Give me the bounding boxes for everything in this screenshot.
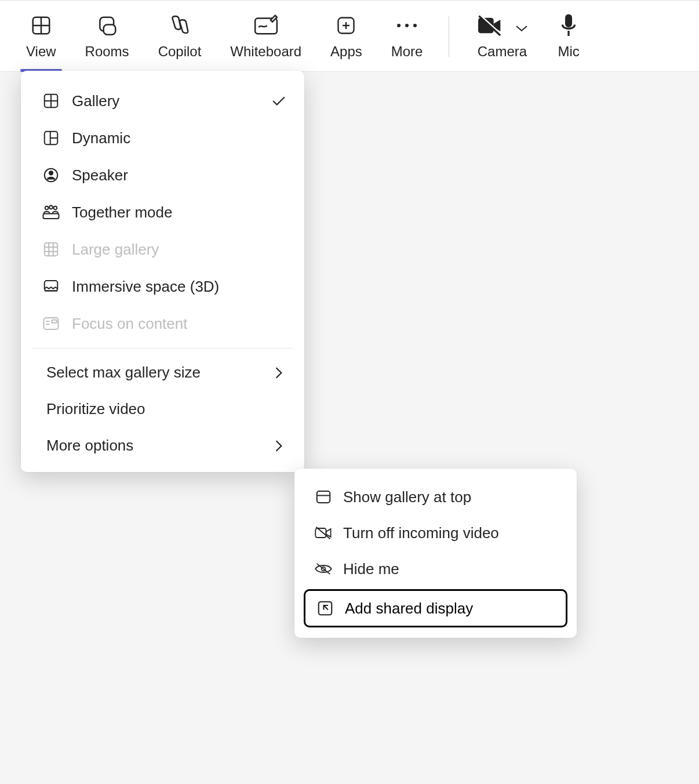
gallery-grid-icon	[42, 92, 60, 110]
submenu-turn-off-label: Turn off incoming video	[343, 524, 560, 542]
more-options-submenu: Show gallery at top Turn off incoming vi…	[294, 469, 577, 638]
chevron-right-icon	[271, 440, 287, 452]
submenu-turn-off-incoming-video[interactable]: Turn off incoming video	[294, 515, 577, 551]
toolbar-view-label: View	[26, 43, 56, 60]
menu-immersive-space[interactable]: Immersive space (3D)	[21, 268, 304, 305]
copilot-icon	[167, 14, 192, 37]
svg-rect-41	[315, 528, 326, 538]
svg-rect-36	[52, 320, 57, 323]
menu-speaker[interactable]: Speaker	[21, 157, 304, 194]
speaker-person-icon	[42, 166, 60, 184]
svg-line-46	[324, 605, 329, 610]
svg-point-25	[49, 206, 53, 209]
svg-rect-28	[45, 243, 58, 256]
toolbar-rooms[interactable]: Rooms	[71, 1, 144, 71]
svg-point-11	[413, 24, 417, 27]
eye-off-icon	[314, 560, 333, 578]
gallery-top-icon	[314, 488, 333, 506]
chevron-down-icon[interactable]	[515, 24, 529, 32]
toolbar-rooms-label: Rooms	[85, 43, 129, 60]
toolbar-view[interactable]: View	[12, 1, 71, 71]
apps-plus-icon	[336, 14, 356, 37]
toolbar-copilot-label: Copilot	[158, 43, 202, 60]
meeting-toolbar: View Rooms Copilot Whiteboard	[0, 0, 699, 72]
toolbar-mic-label: Mic	[558, 43, 579, 60]
svg-rect-27	[43, 213, 59, 219]
menu-prioritize-video[interactable]: Prioritize video	[21, 391, 304, 427]
menu-dynamic[interactable]: Dynamic	[21, 119, 304, 157]
menu-more-options[interactable]: More options	[21, 427, 304, 464]
menu-select-max-gallery[interactable]: Select max gallery size	[21, 354, 304, 391]
menu-select-max-label: Select max gallery size	[46, 364, 271, 382]
dynamic-layout-icon	[42, 129, 60, 147]
menu-speaker-label: Speaker	[72, 166, 287, 184]
menu-more-options-label: More options	[46, 437, 271, 455]
svg-rect-14	[565, 14, 572, 28]
svg-point-23	[49, 171, 53, 175]
toolbar-mic[interactable]: Mic	[543, 1, 594, 71]
menu-focus-content: Focus on content	[21, 305, 304, 342]
shared-display-icon	[316, 599, 334, 618]
svg-rect-39	[317, 491, 330, 503]
toolbar-whiteboard-label: Whiteboard	[230, 43, 301, 60]
menu-immersive-label: Immersive space (3D)	[72, 278, 287, 296]
toolbar-apps-label: Apps	[330, 43, 362, 60]
menu-together-label: Together mode	[72, 204, 287, 222]
svg-rect-45	[319, 602, 332, 615]
rooms-icon	[96, 14, 118, 37]
menu-gallery-label: Gallery	[72, 92, 271, 110]
video-off-icon	[314, 524, 333, 542]
check-icon	[271, 95, 287, 107]
svg-point-9	[397, 24, 401, 27]
svg-point-10	[405, 24, 409, 27]
mic-icon	[560, 14, 577, 37]
camera-off-icon	[475, 14, 504, 37]
chevron-right-icon	[271, 366, 287, 379]
submenu-add-shared-display[interactable]: Add shared display	[304, 589, 567, 627]
toolbar-camera-label: Camera	[478, 43, 527, 60]
svg-point-24	[45, 206, 49, 210]
together-mode-icon	[42, 203, 60, 222]
menu-large-gallery: Large gallery	[21, 231, 304, 268]
toolbar-more-label: More	[391, 43, 423, 60]
submenu-show-gallery-top-label: Show gallery at top	[343, 488, 560, 506]
submenu-add-shared-display-label: Add shared display	[345, 600, 473, 618]
submenu-hide-me[interactable]: Hide me	[294, 551, 577, 587]
large-gallery-icon	[42, 240, 60, 259]
svg-rect-33	[45, 281, 58, 291]
toolbar-more[interactable]: More	[377, 1, 438, 71]
toolbar-camera[interactable]: Camera	[461, 1, 543, 71]
whiteboard-icon	[253, 14, 279, 37]
toolbar-copilot[interactable]: Copilot	[144, 1, 216, 71]
menu-dynamic-label: Dynamic	[72, 129, 287, 147]
menu-gallery[interactable]: Gallery	[21, 82, 304, 119]
immersive-space-icon	[42, 277, 60, 296]
svg-rect-4	[103, 24, 115, 34]
toolbar-apps[interactable]: Apps	[316, 1, 377, 71]
submenu-hide-me-label: Hide me	[343, 560, 560, 578]
menu-large-gallery-label: Large gallery	[72, 241, 287, 259]
menu-prioritize-label: Prioritize video	[46, 400, 287, 418]
toolbar-separator	[449, 16, 449, 57]
ellipsis-icon	[395, 14, 418, 37]
view-menu: Gallery Dynamic Speaker	[21, 71, 304, 472]
menu-focus-content-label: Focus on content	[72, 315, 287, 333]
grid-icon	[30, 14, 52, 37]
focus-content-icon	[42, 314, 60, 333]
submenu-show-gallery-top[interactable]: Show gallery at top	[294, 479, 577, 515]
menu-together-mode[interactable]: Together mode	[21, 194, 304, 231]
toolbar-whiteboard[interactable]: Whiteboard	[216, 1, 316, 71]
menu-divider	[32, 348, 293, 349]
svg-point-26	[54, 206, 57, 210]
